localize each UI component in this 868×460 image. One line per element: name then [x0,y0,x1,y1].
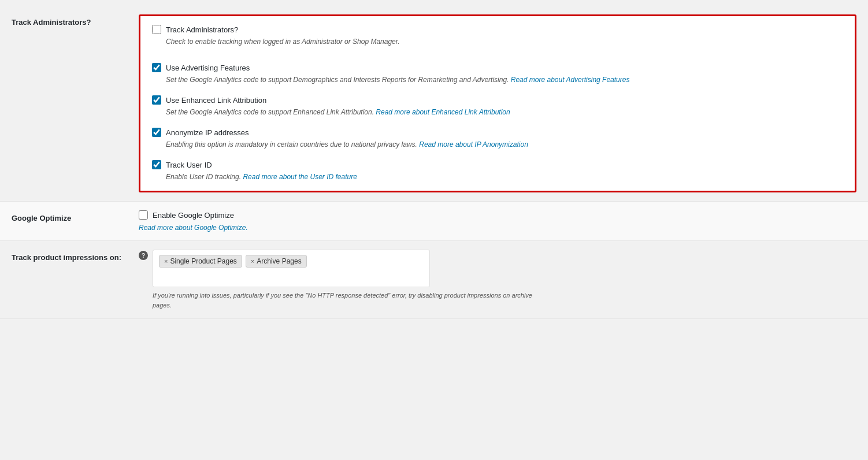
google-optimize-checkbox-label[interactable]: Enable Google Optimize [153,211,234,220]
single-product-pages-tag-remove[interactable]: × [164,258,168,265]
enhanced-link-checkbox[interactable] [152,95,161,105]
enhanced-link-option: Use Enhanced Link Attribution Set the Go… [152,95,843,117]
track-user-id-checkbox[interactable] [152,160,161,169]
track-administrators-label: Track Administrators? [12,14,139,27]
track-administrators-description: Check to enable tracking when logged in … [166,36,843,47]
google-optimize-content: Enable Google Optimize Read more about G… [139,210,856,232]
advertising-features-checkbox[interactable] [152,63,161,72]
advertising-features-link[interactable]: Read more about Advertising Features [511,76,630,84]
track-product-impressions-row: Track product impressions on: ? × Single… [0,241,868,319]
google-optimize-label: Google Optimize [12,210,139,222]
archive-pages-tag-remove[interactable]: × [251,258,254,265]
anonymize-ip-checkbox[interactable] [152,128,161,137]
enhanced-link-description: Set the Google Analytics code to support… [166,107,843,117]
track-user-id-label[interactable]: Track User ID [166,161,212,169]
advertising-features-option: Use Advertising Features Set the Google … [152,63,843,85]
anonymize-ip-description: Enabling this option is mandatory in cer… [166,139,843,150]
track-product-impressions-label: Track product impressions on: [12,250,139,262]
google-optimize-row: Google Optimize Enable Google Optimize R… [0,202,868,241]
impressions-note: If you're running into issues, particula… [153,291,546,310]
track-administrators-option: Track Administrators? Check to enable tr… [152,25,843,47]
impressions-content: ? × Single Product Pages × Archive Pages… [139,250,856,310]
track-administrators-checkbox[interactable] [152,25,161,34]
google-optimize-link[interactable]: Read more about Google Optimize. [139,224,248,232]
single-product-pages-tag: × Single Product Pages [159,255,242,268]
anonymize-ip-label[interactable]: Anonymize IP addresses [166,128,249,137]
track-user-id-link[interactable]: Read more about the User ID feature [243,173,357,181]
track-user-id-option: Track User ID Enable User ID tracking. R… [152,160,843,182]
highlighted-settings-section: Track Administrators? Check to enable tr… [139,14,856,192]
enhanced-link-link[interactable]: Read more about Enhanced Link Attributio… [376,108,510,116]
anonymize-ip-link[interactable]: Read more about IP Anonymization [419,140,528,149]
settings-page: Track Administrators? Track Administrato… [0,0,868,460]
single-product-pages-tag-label: Single Product Pages [170,257,236,265]
track-administrators-checkbox-label[interactable]: Track Administrators? [166,25,238,34]
impressions-help-icon[interactable]: ? [139,251,148,260]
track-administrators-row: Track Administrators? Track Administrato… [0,6,868,202]
advertising-features-description: Set the Google Analytics code to support… [166,75,843,85]
track-user-id-description: Enable User ID tracking. Read more about… [166,172,843,182]
archive-pages-tag: × Archive Pages [246,255,307,268]
impressions-tag-input[interactable]: × Single Product Pages × Archive Pages [153,250,430,287]
anonymize-ip-option: Anonymize IP addresses Enabling this opt… [152,128,843,150]
archive-pages-tag-label: Archive Pages [257,257,301,265]
enhanced-link-label[interactable]: Use Enhanced Link Attribution [166,96,266,105]
advertising-features-label[interactable]: Use Advertising Features [166,64,250,72]
google-optimize-checkbox[interactable] [139,210,148,220]
